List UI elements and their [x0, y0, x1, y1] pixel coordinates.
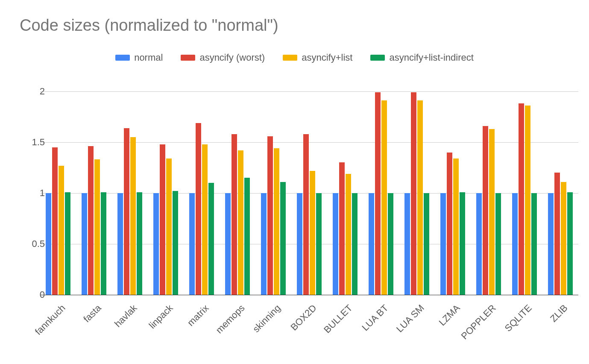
bar [166, 159, 172, 295]
bar [52, 147, 58, 295]
y-tick-label: 0.5 [19, 238, 45, 250]
axis-baseline [40, 295, 578, 295]
bar-group [184, 81, 220, 295]
legend-label: asyncify+list [302, 52, 352, 63]
legend-swatch [181, 55, 195, 61]
x-axis-labels: fannkuchfastahavlaklinpackmatrixmemopssk… [40, 299, 578, 363]
bar [388, 193, 393, 295]
bar [297, 193, 302, 295]
bar [519, 103, 524, 295]
bar [404, 193, 410, 295]
bar [346, 174, 351, 295]
legend-label: asyncify+list-indirect [389, 52, 473, 63]
bar [561, 182, 566, 295]
bar [310, 171, 315, 295]
x-tick-label: SQLITE [503, 302, 534, 334]
bar [274, 148, 279, 295]
bar [65, 192, 70, 295]
bar [512, 193, 518, 295]
legend-item: normal [115, 52, 163, 63]
bar [117, 193, 123, 295]
y-tick-label: 1 [19, 188, 45, 199]
y-tick-label: 1.5 [19, 137, 45, 148]
bar [303, 134, 309, 295]
legend-item: asyncify (worst) [181, 52, 265, 63]
bar [173, 191, 178, 295]
chart-container: Code sizes (normalized to "normal") norm… [0, 0, 589, 364]
bar [46, 193, 51, 295]
bar [261, 193, 267, 295]
bar [137, 192, 142, 295]
bar-group [291, 81, 327, 295]
bar [339, 162, 345, 295]
bar [495, 193, 501, 295]
bar-group [76, 81, 112, 295]
bar [124, 128, 129, 295]
bar-group [255, 81, 291, 295]
x-tick-label: POPPLER [459, 302, 498, 342]
bar [160, 144, 165, 295]
bar-group [542, 81, 578, 295]
bar [531, 193, 537, 295]
x-tick-label: BOX2D [288, 302, 319, 333]
legend-swatch [370, 55, 385, 61]
legend-swatch [283, 55, 297, 61]
bar [411, 92, 416, 295]
legend-swatch [115, 55, 130, 61]
bar [130, 137, 136, 295]
bar [238, 150, 243, 295]
y-tick-label: 2 [19, 86, 45, 97]
bar [525, 106, 530, 295]
legend-label: asyncify (worst) [199, 52, 265, 63]
x-tick-label: linpack [147, 302, 176, 331]
bar-group [148, 81, 184, 295]
bar [88, 146, 94, 295]
bar [453, 159, 459, 295]
bar-group [507, 81, 542, 295]
bar [280, 182, 286, 295]
chart-legend: normalasyncify (worst)asyncify+listasync… [0, 52, 589, 63]
bar [381, 100, 387, 295]
bar [59, 166, 64, 295]
bar-group [399, 81, 435, 295]
legend-item: asyncify+list-indirect [370, 52, 473, 63]
bar [316, 193, 322, 295]
bar [82, 193, 87, 295]
bar [424, 193, 429, 295]
bar [231, 134, 237, 295]
x-tick-label: matrix [185, 302, 211, 329]
bar [548, 193, 554, 295]
bar [352, 193, 358, 295]
x-tick-label: LUA BT [360, 302, 390, 333]
bar [567, 192, 573, 295]
bar [267, 136, 273, 295]
bar [94, 159, 100, 295]
bar [202, 144, 208, 295]
bar [375, 92, 381, 295]
bar [417, 100, 423, 295]
bar-group [40, 81, 76, 295]
bar [476, 193, 482, 295]
bar [225, 193, 231, 295]
bar [244, 178, 250, 295]
bar-group [327, 81, 363, 295]
x-tick-label: LZMA [437, 302, 463, 328]
chart-title: Code sizes (normalized to "normal") [20, 16, 278, 35]
bar [440, 193, 446, 295]
legend-item: asyncify+list [283, 52, 352, 63]
bar-group [471, 81, 507, 295]
x-tick-label: ZLIB [548, 302, 570, 324]
bar [483, 126, 488, 295]
x-tick-label: skinning [251, 302, 283, 335]
bar [447, 153, 452, 295]
bar [369, 193, 374, 295]
bar [196, 123, 201, 295]
bar [189, 193, 195, 295]
bar-group [112, 81, 148, 295]
bar [554, 173, 560, 295]
bar [333, 193, 338, 295]
x-tick-label: havlak [112, 302, 139, 329]
bar-group [363, 81, 399, 295]
x-tick-label: BULLET [322, 302, 355, 335]
bar [489, 129, 495, 295]
